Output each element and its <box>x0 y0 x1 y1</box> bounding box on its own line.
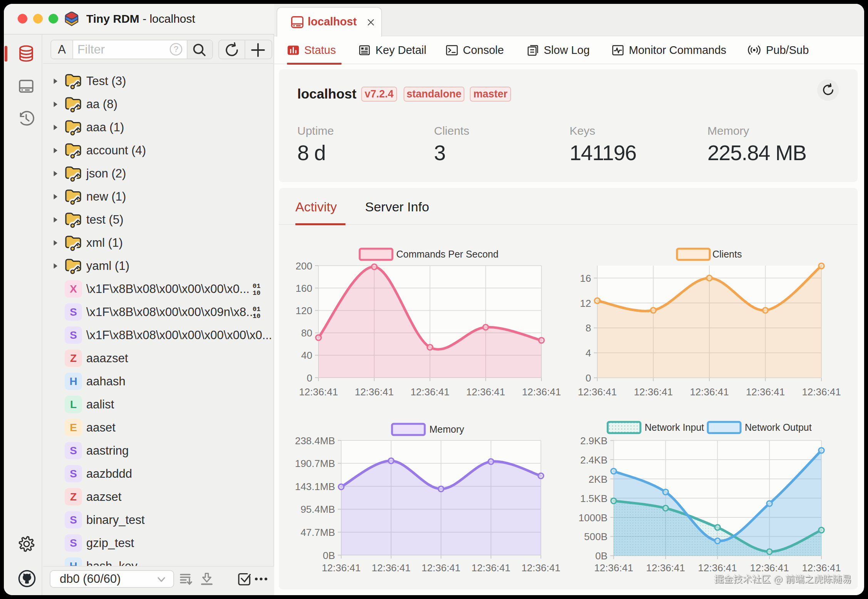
svg-text:0: 0 <box>307 372 312 384</box>
svg-text:8: 8 <box>586 322 591 334</box>
svg-text:500B: 500B <box>584 531 608 542</box>
svg-text:Clients: Clients <box>712 249 742 259</box>
svg-text:120: 120 <box>296 305 312 316</box>
svg-text:1000B: 1000B <box>578 512 607 524</box>
svg-text:12:36:41: 12:36:41 <box>372 562 411 574</box>
svg-text:12:36:41: 12:36:41 <box>578 386 617 398</box>
svg-text:Network Output: Network Output <box>745 422 812 433</box>
svg-text:12:36:41: 12:36:41 <box>411 386 449 398</box>
svg-text:12:36:41: 12:36:41 <box>466 386 505 398</box>
svg-text:0B: 0B <box>595 550 608 562</box>
svg-text:12:36:41: 12:36:41 <box>594 562 633 574</box>
svg-text:12:36:41: 12:36:41 <box>522 386 561 398</box>
svg-text:10: 10 <box>253 289 260 296</box>
svg-text:2.4KB: 2.4KB <box>580 454 608 466</box>
svg-text:12: 12 <box>580 298 591 309</box>
svg-text:10: 10 <box>253 313 260 319</box>
svg-text:200: 200 <box>296 260 312 272</box>
svg-text:16: 16 <box>580 273 591 284</box>
svg-text:01: 01 <box>253 283 260 290</box>
svg-text:12:36:41: 12:36:41 <box>634 386 673 398</box>
svg-text:12:36:41: 12:36:41 <box>646 562 685 574</box>
svg-text:12:36:41: 12:36:41 <box>299 386 338 398</box>
svg-text:12:36:41: 12:36:41 <box>690 386 729 398</box>
svg-text:143.1MB: 143.1MB <box>295 481 335 492</box>
svg-text:4: 4 <box>586 347 591 359</box>
svg-text:190.7MB: 190.7MB <box>295 458 335 469</box>
svg-text:0: 0 <box>586 372 591 384</box>
svg-text:12:36:41: 12:36:41 <box>802 386 841 398</box>
svg-text:12:36:41: 12:36:41 <box>471 562 510 574</box>
svg-text:?: ? <box>174 44 178 54</box>
svg-text:2.9KB: 2.9KB <box>580 435 608 447</box>
svg-text:Commands Per Second: Commands Per Second <box>396 249 498 259</box>
svg-text:01: 01 <box>253 306 260 313</box>
svg-text:12:36:41: 12:36:41 <box>422 562 461 574</box>
svg-text:Memory: Memory <box>429 424 464 435</box>
svg-text:238.4MB: 238.4MB <box>295 435 335 447</box>
svg-text:12:36:41: 12:36:41 <box>322 562 360 574</box>
svg-text:12:36:41: 12:36:41 <box>746 386 785 398</box>
svg-text:95.4MB: 95.4MB <box>300 504 335 515</box>
svg-text:160: 160 <box>296 283 312 294</box>
svg-text:1.5KB: 1.5KB <box>580 493 608 504</box>
svg-text:2KB: 2KB <box>588 474 607 485</box>
svg-text:12:36:41: 12:36:41 <box>355 386 394 398</box>
svg-text:80: 80 <box>301 327 312 339</box>
svg-text:40: 40 <box>301 350 312 361</box>
svg-text:12:36:41: 12:36:41 <box>521 562 560 574</box>
svg-text:Network Input: Network Input <box>645 422 704 433</box>
svg-text:47.7MB: 47.7MB <box>300 527 335 538</box>
svg-text:0B: 0B <box>323 550 335 561</box>
